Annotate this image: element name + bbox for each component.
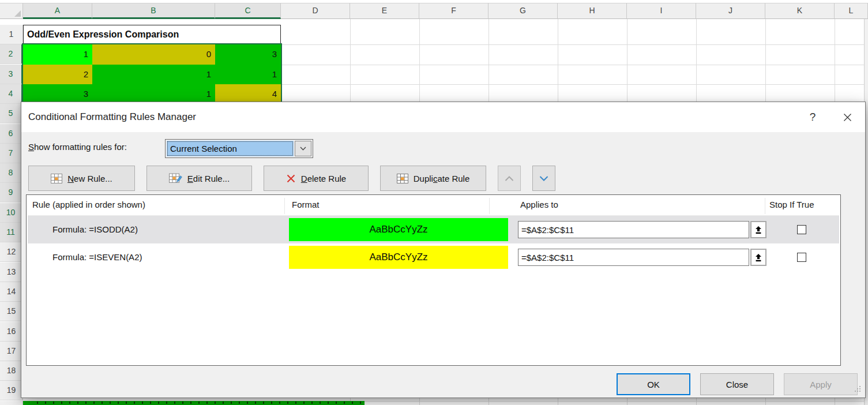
row-header-2[interactable]: 2: [0, 44, 23, 64]
column-header-h[interactable]: H: [558, 3, 627, 19]
row-header-16[interactable]: 16: [0, 322, 23, 342]
help-button[interactable]: ?: [803, 102, 822, 132]
show-rules-dropdown[interactable]: Current Selection: [165, 139, 313, 158]
dropdown-selected-value: Current Selection: [167, 141, 294, 156]
selection-border: [22, 43, 282, 107]
dropdown-arrow-button[interactable]: [295, 141, 311, 156]
edit-rule-button[interactable]: Edit Rule...: [146, 166, 252, 191]
applies-to-group: [518, 249, 766, 266]
chevron-down-icon: [300, 147, 306, 151]
rules-list-header: Rule (applied in order shown) Format App…: [28, 196, 839, 216]
table-grid-icon: [51, 174, 62, 183]
show-rules-label: Show formatting rules for:: [28, 142, 127, 152]
format-preview-swatch: AaBbCcYyZz: [289, 218, 508, 241]
gridline: [281, 44, 866, 45]
close-dialog-button[interactable]: Close: [700, 373, 774, 395]
row-header-1[interactable]: 1: [0, 25, 23, 44]
row-header-13[interactable]: 13: [0, 262, 23, 282]
row-header-15[interactable]: 15: [0, 302, 23, 321]
column-separator: [765, 198, 765, 214]
close-icon: [843, 113, 852, 122]
gridline: [365, 401, 866, 402]
rule-formula: Formula: =ISODD(A2): [52, 216, 138, 243]
column-header-row: A B C D E F G H I J K L: [0, 3, 868, 19]
row-header-17[interactable]: 17: [0, 342, 23, 361]
stop-column-header: Stop If True: [769, 200, 814, 209]
rule-column-header: Rule (applied in order shown): [32, 200, 145, 209]
new-rule-button[interactable]: New Rule...: [28, 166, 135, 191]
gridline: [281, 65, 866, 65]
help-icon: ?: [810, 111, 816, 123]
column-header-e[interactable]: E: [350, 3, 419, 19]
row-header-18[interactable]: 18: [0, 361, 23, 381]
collapse-range-icon: [754, 253, 762, 262]
row-header-10[interactable]: 10: [0, 203, 23, 223]
partial-row-20: [23, 401, 365, 405]
duplicate-rule-label: Duplicate Rule: [414, 174, 470, 183]
row-header-6[interactable]: 6: [0, 124, 23, 144]
row-header-3[interactable]: 3: [0, 65, 23, 84]
row-header-14[interactable]: 14: [0, 282, 23, 302]
row-header-20[interactable]: 20: [0, 401, 23, 405]
new-rule-label: New Rule...: [67, 174, 112, 183]
row-header-9[interactable]: 9: [0, 183, 23, 202]
column-header-i[interactable]: I: [627, 3, 696, 19]
column-header-b[interactable]: B: [92, 3, 215, 19]
select-all-triangle-icon: [14, 10, 21, 17]
row-header-5[interactable]: 5: [0, 104, 23, 123]
move-rule-down-button[interactable]: [532, 166, 555, 191]
column-header-k[interactable]: K: [765, 3, 835, 19]
rule-row-iseven[interactable]: Formula: =ISEVEN(A2) AaBbCcYyZz: [28, 243, 839, 271]
row-header-12[interactable]: 12: [0, 242, 23, 262]
rule-formula: Formula: =ISEVEN(A2): [52, 243, 142, 271]
gridline: [281, 84, 866, 85]
row-header-8[interactable]: 8: [0, 163, 23, 183]
collapse-range-icon: [754, 226, 762, 234]
chevron-down-icon: [539, 176, 548, 181]
delete-rule-button[interactable]: Delete Rule: [264, 166, 369, 191]
edit-rule-label: Edit Rule...: [187, 174, 230, 183]
rules-toolbar: New Rule... Edit Rule... Delete Rule Dup…: [28, 166, 555, 191]
ok-button[interactable]: OK: [617, 373, 690, 395]
apply-button[interactable]: Apply: [784, 373, 858, 395]
resize-grip[interactable]: [854, 384, 861, 395]
cell-a1-title[interactable]: Odd/Even Expression Comparison: [23, 25, 281, 44]
rule-row-isodd[interactable]: Formula: =ISODD(A2) AaBbCcYyZz: [28, 216, 839, 243]
applies-to-group: [518, 221, 766, 238]
excel-window: A B C D E F G H I J K L 1 2 3 4 5 6 7 8 …: [0, 0, 868, 405]
duplicate-rule-button[interactable]: Duplicate Rule: [380, 166, 486, 191]
partial-row-text: [37, 402, 365, 404]
column-header-a[interactable]: A: [23, 3, 92, 19]
select-all-button[interactable]: [0, 3, 23, 19]
resize-grip-icon: [854, 385, 861, 392]
rules-list: Rule (applied in order shown) Format App…: [26, 194, 841, 366]
close-button[interactable]: [837, 102, 857, 132]
row-header-11[interactable]: 11: [0, 223, 23, 242]
delete-rule-label: Delete Rule: [301, 174, 346, 183]
column-header-f[interactable]: F: [419, 3, 489, 19]
red-x-icon: [286, 174, 296, 183]
row-header-19[interactable]: 19: [0, 381, 23, 400]
range-picker-button[interactable]: [750, 249, 766, 266]
stop-if-true-checkbox[interactable]: [797, 253, 806, 262]
column-header-j[interactable]: J: [696, 3, 765, 19]
column-header-d[interactable]: D: [281, 3, 350, 19]
applies-column-header: Applies to: [520, 200, 558, 209]
format-column-header: Format: [292, 200, 320, 209]
row-header-4[interactable]: 4: [0, 84, 23, 104]
table-grid-icon: [397, 174, 408, 183]
column-header-c[interactable]: C: [215, 3, 281, 19]
chevron-up-icon: [505, 176, 514, 181]
applies-to-input[interactable]: [518, 221, 749, 238]
applies-to-input[interactable]: [518, 249, 749, 266]
dialog-title-bar[interactable]: Conditional Formatting Rules Manager ?: [21, 102, 865, 132]
dialog-title: Conditional Formatting Rules Manager: [28, 102, 196, 132]
range-picker-button[interactable]: [750, 221, 766, 238]
move-rule-up-button[interactable]: [498, 166, 521, 191]
row-header-7[interactable]: 7: [0, 144, 23, 163]
column-header-g[interactable]: G: [489, 3, 558, 19]
stop-if-true-checkbox[interactable]: [797, 225, 806, 234]
column-header-l[interactable]: L: [835, 3, 868, 19]
conditional-formatting-rules-manager-dialog: Conditional Formatting Rules Manager ? S…: [21, 102, 866, 398]
column-separator: [284, 198, 285, 214]
